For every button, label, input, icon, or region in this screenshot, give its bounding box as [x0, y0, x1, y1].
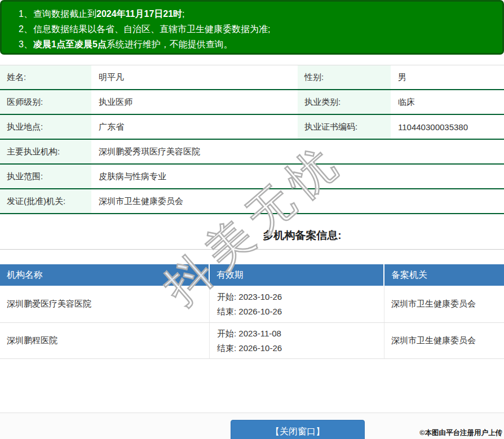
notice-line-3: 3、凌晨1点至凌晨5点系统进行维护，不能提供查询。: [19, 37, 497, 52]
table-row: 执业范围: 皮肤病与性病专业: [0, 165, 504, 189]
org-name: 深圳鹏爱医疗美容医院: [0, 286, 210, 322]
field-value-main-institution: 深圳鹏爱秀琪医疗美容医院: [91, 140, 504, 163]
field-label-doctor-level: 医师级别:: [0, 90, 91, 114]
notice-text-bold: 2024年11月17日21时: [96, 9, 182, 19]
field-label-gender: 性别:: [298, 65, 391, 89]
validity-start: 开始: 2023-11-08: [217, 326, 281, 341]
table-row: 医师级别: 执业医师 执业类别: 临床: [0, 90, 504, 115]
notice-line-1: 1、查询数据截止到2024年11月17日21时;: [19, 6, 497, 21]
field-value-certificate-number: 110440300035380: [391, 115, 504, 139]
validity-end: 结束: 2026-10-26: [217, 304, 282, 319]
notice-text: 信息数据结果以各省、自治区、直辖市卫生健康委数据为准;: [33, 24, 270, 34]
table-row: 执业地点: 广东省 执业证书编码: 110440300035380: [0, 115, 504, 140]
field-value-practice-location: 广东省: [91, 115, 298, 139]
field-label-certificate-number: 执业证书编码:: [298, 115, 391, 139]
notice-banner: 1、查询数据截止到2024年11月17日21时; 2、信息数据结果以各省、自治区…: [0, 0, 504, 55]
table-row: 姓名: 明平凡 性别: 男: [0, 65, 504, 90]
record-authority: 深圳市卫生健康委员会: [384, 286, 504, 322]
field-value-gender: 男: [391, 65, 504, 89]
field-value-name: 明平凡: [91, 65, 298, 89]
validity-start: 开始: 2023-10-26: [217, 290, 282, 304]
notice-text: 查询数据截止到: [33, 9, 96, 19]
validity-period: 开始: 2023-10-26 结束: 2026-10-26: [210, 286, 384, 322]
field-value-practice-category: 临床: [391, 90, 504, 114]
column-header-record-authority: 备案机关: [384, 264, 504, 286]
query-result-page: 1、查询数据截止到2024年11月17日21时; 2、信息数据结果以各省、自治区…: [0, 0, 504, 439]
multi-org-table: 机构名称 有效期 备案机关 深圳鹏爱医疗美容医院 开始: 2023-10-26 …: [0, 264, 504, 359]
org-name: 深圳鹏程医院: [0, 323, 210, 358]
field-label-main-institution: 主要执业机构:: [0, 140, 91, 163]
upload-credit-text: ©本图由平台注册用户上传: [419, 428, 502, 438]
field-value-doctor-level: 执业医师: [91, 90, 298, 114]
validity-end: 结束: 2026-10-26: [217, 341, 282, 356]
field-label-practice-category: 执业类别:: [298, 90, 391, 114]
multi-org-table-header: 机构名称 有效期 备案机关: [0, 264, 504, 286]
field-value-issuing-authority: 深圳市卫生健康委员会: [91, 189, 504, 213]
close-window-button[interactable]: 【关闭窗口】: [231, 420, 365, 439]
notice-number: 3、: [19, 37, 33, 52]
validity-period: 开始: 2023-11-08 结束: 2026-10-26: [210, 323, 384, 358]
notice-text: ;: [182, 9, 184, 19]
table-row: 主要执业机构: 深圳鹏爱秀琪医疗美容医院: [0, 140, 504, 165]
notice-number: 1、: [19, 6, 33, 21]
column-header-validity: 有效期: [210, 264, 384, 286]
notice-line-2: 2、信息数据结果以各省、自治区、直辖市卫生健康委数据为准;: [19, 21, 497, 37]
field-label-practice-scope: 执业范围:: [0, 165, 91, 188]
doctor-info-table: 姓名: 明平凡 性别: 男 医师级别: 执业医师 执业类别: 临床 执业地点: …: [0, 65, 504, 214]
field-label-practice-location: 执业地点:: [0, 115, 91, 139]
record-authority: 深圳市卫生健康委员会: [384, 323, 504, 358]
column-header-org-name: 机构名称: [0, 264, 210, 286]
table-row: 深圳鹏爱医疗美容医院 开始: 2023-10-26 结束: 2026-10-26…: [0, 286, 504, 323]
notice-number: 2、: [19, 21, 33, 37]
section-title: 多机构备案信息:: [263, 228, 341, 243]
field-label-issuing-authority: 发证(批准)机关:: [0, 189, 91, 213]
notice-text: 系统进行维护，不能提供查询。: [107, 39, 233, 49]
notice-text-bold: 凌晨1点至凌晨5点: [33, 39, 107, 49]
field-value-practice-scope: 皮肤病与性病专业: [91, 165, 504, 188]
table-row: 深圳鹏程医院 开始: 2023-11-08 结束: 2026-10-26 深圳市…: [0, 323, 504, 359]
field-label-name: 姓名:: [0, 65, 91, 89]
table-row: 发证(批准)机关: 深圳市卫生健康委员会: [0, 189, 504, 214]
multi-org-section-heading: 多机构备案信息:: [0, 221, 504, 250]
